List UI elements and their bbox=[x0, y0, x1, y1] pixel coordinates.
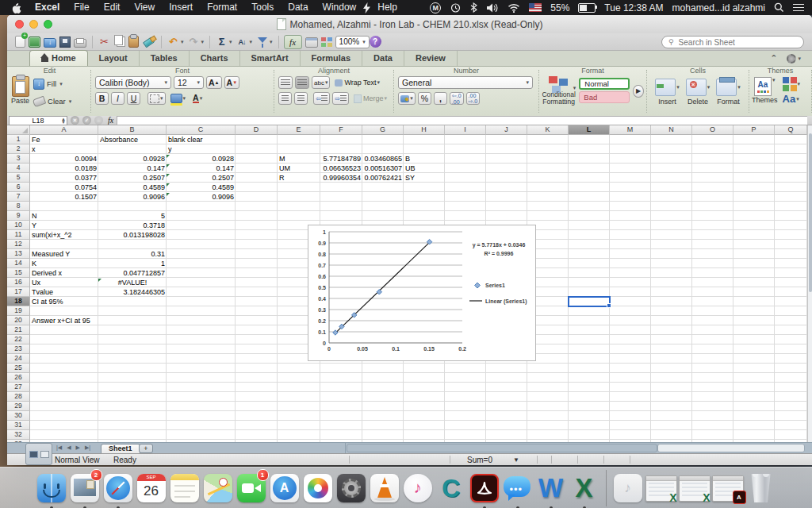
currency-button[interactable]: ● bbox=[398, 92, 416, 105]
row-header-16[interactable]: 16 bbox=[7, 278, 30, 287]
row-header-19[interactable]: 19 bbox=[7, 306, 30, 316]
bold-button[interactable]: B bbox=[95, 92, 109, 105]
row-header-27[interactable]: 27 bbox=[7, 383, 30, 392]
column-header-O[interactable]: O bbox=[692, 125, 733, 135]
paste-button[interactable] bbox=[128, 36, 139, 48]
sum-indicator[interactable]: Sum=0 bbox=[450, 454, 537, 465]
toolbox-button[interactable] bbox=[305, 37, 318, 48]
normal-view-icon[interactable] bbox=[29, 451, 38, 458]
formula-input[interactable] bbox=[117, 116, 807, 125]
dock-item-system-preferences[interactable] bbox=[335, 471, 367, 505]
cell-H4[interactable]: UB bbox=[404, 164, 445, 173]
cell-A2[interactable]: x bbox=[30, 144, 98, 154]
row-header-32[interactable]: 32 bbox=[7, 430, 30, 440]
cell-G3[interactable]: 0.03460865 bbox=[362, 154, 404, 164]
embedded-chart[interactable]: 00.10.20.30.40.50.60.70.80.9100.050.10.1… bbox=[308, 225, 536, 361]
tab-data[interactable]: Data bbox=[362, 51, 404, 66]
flash-icon[interactable] bbox=[363, 2, 370, 13]
row-header-3[interactable]: 3 bbox=[7, 154, 30, 164]
row-header-5[interactable]: 5 bbox=[7, 173, 30, 183]
tab-smartart[interactable]: SmartArt bbox=[240, 51, 301, 66]
menu-clock[interactable]: Tue 12:38 AM bbox=[604, 2, 663, 13]
menu-file[interactable]: File bbox=[67, 0, 96, 15]
dock-item-facetime[interactable]: 1 bbox=[236, 471, 267, 505]
cell-A13[interactable]: Measured Y bbox=[30, 249, 98, 259]
themes-button[interactable]: Aa Themes bbox=[752, 77, 778, 105]
decrease-decimal-button[interactable]: ⇦.0.00 bbox=[450, 92, 464, 105]
column-header-Q[interactable]: Q bbox=[775, 125, 807, 135]
app-m-icon[interactable]: M bbox=[430, 2, 441, 13]
copy-button[interactable] bbox=[117, 37, 125, 47]
theme-colors-icon[interactable] bbox=[783, 77, 797, 91]
cell-A4[interactable]: 0.0189 bbox=[30, 164, 98, 173]
dock-item-calendar[interactable]: SEP26 bbox=[136, 471, 167, 505]
user-menu[interactable]: mohamed...id alzahmi bbox=[672, 2, 765, 13]
font-name-select[interactable]: Calibri (Body) bbox=[95, 76, 171, 89]
select-all-corner[interactable] bbox=[7, 125, 30, 135]
dock-item-excel[interactable]: X bbox=[569, 471, 600, 505]
column-header-C[interactable]: C bbox=[167, 125, 236, 135]
cell-C5[interactable]: 0.2507 bbox=[167, 173, 236, 183]
dock-item-itunes[interactable]: ♪ bbox=[402, 471, 434, 505]
column-header-G[interactable]: G bbox=[362, 125, 404, 135]
cell-style-normal[interactable]: Normal bbox=[579, 78, 630, 90]
notification-center-icon[interactable] bbox=[793, 4, 804, 12]
dock-item-minimized-excel-window-1[interactable]: X bbox=[645, 471, 677, 505]
row-header-30[interactable]: 30 bbox=[7, 411, 30, 421]
redo-button[interactable] bbox=[187, 36, 201, 48]
dock-item-notes[interactable] bbox=[169, 471, 201, 505]
zoom-control[interactable]: 100% bbox=[335, 36, 370, 48]
row-header-1[interactable]: 1 bbox=[7, 135, 30, 144]
cell-A17[interactable]: Tvalue bbox=[30, 287, 98, 297]
autosum-button[interactable] bbox=[215, 36, 228, 48]
cell-A18[interactable]: CI at 95% bbox=[30, 297, 98, 306]
menu-view[interactable]: View bbox=[127, 0, 162, 15]
percent-button[interactable]: % bbox=[418, 92, 431, 105]
cut-button[interactable] bbox=[98, 36, 111, 48]
row-header-22[interactable]: 22 bbox=[7, 335, 30, 344]
column-header-P[interactable]: P bbox=[733, 125, 775, 135]
insert-cells-button[interactable]: Insert bbox=[655, 79, 680, 106]
dock-item-minimized-excel-window-2[interactable]: X bbox=[679, 471, 710, 505]
row-header-17[interactable]: 17 bbox=[7, 287, 30, 297]
cell-B4[interactable]: 0.147 bbox=[98, 164, 167, 173]
vertical-scrollbar[interactable] bbox=[807, 125, 812, 442]
row-header-11[interactable]: 11 bbox=[7, 230, 30, 240]
sort-ascending-button[interactable] bbox=[236, 36, 249, 48]
cell-C3[interactable]: 0.0928 bbox=[167, 154, 236, 164]
dock-item-word[interactable]: W bbox=[535, 471, 567, 505]
horizontal-scrollbar-track[interactable] bbox=[657, 444, 805, 452]
row-header-18[interactable]: 18 bbox=[7, 297, 30, 306]
underline-button[interactable]: U bbox=[127, 92, 140, 105]
cell-B14[interactable]: 1 bbox=[98, 259, 167, 268]
sheet-nav-arrows[interactable]: |◀◀▶▶| bbox=[56, 444, 90, 451]
add-sheet-tab[interactable]: + bbox=[139, 444, 153, 453]
row-header-31[interactable]: 31 bbox=[7, 421, 30, 430]
cell-style-bad[interactable]: Bad bbox=[579, 91, 630, 103]
filter-button[interactable] bbox=[255, 36, 269, 48]
decrease-indent-button[interactable]: ⇦ bbox=[313, 92, 330, 105]
menu-tools[interactable]: Tools bbox=[244, 0, 281, 15]
dock-item-app-store[interactable]: A bbox=[269, 471, 301, 505]
cell-H5[interactable]: SY bbox=[404, 173, 445, 183]
cell-A20[interactable]: Answer x+CI at 95 bbox=[30, 316, 98, 325]
selected-cell-L18[interactable] bbox=[568, 296, 611, 307]
column-header-J[interactable]: J bbox=[486, 125, 527, 135]
cell-E5[interactable]: R bbox=[278, 173, 320, 183]
column-header-H[interactable]: H bbox=[404, 125, 445, 135]
row-header-29[interactable]: 29 bbox=[7, 402, 30, 411]
orientation-button[interactable]: abc bbox=[312, 76, 330, 89]
cell-A14[interactable]: K bbox=[30, 259, 98, 268]
delete-cells-button[interactable]: ✕ Delete bbox=[686, 79, 710, 106]
dock-item-music-folder[interactable]: ♪ bbox=[612, 471, 644, 505]
menu-help[interactable]: Help bbox=[370, 0, 404, 15]
dock-item-trash[interactable] bbox=[745, 471, 777, 505]
cell-C6[interactable]: 0.4589 bbox=[167, 183, 236, 192]
cell-A1[interactable]: Fe bbox=[30, 135, 98, 144]
volume-icon[interactable] bbox=[486, 3, 499, 13]
format-cells-button[interactable]: Format bbox=[716, 79, 741, 106]
row-header-10[interactable]: 10 bbox=[7, 221, 30, 230]
cell-B15[interactable]: 0.047712857 bbox=[98, 268, 167, 278]
dock-item-photos[interactable] bbox=[302, 471, 334, 505]
menu-insert[interactable]: Insert bbox=[162, 0, 200, 15]
